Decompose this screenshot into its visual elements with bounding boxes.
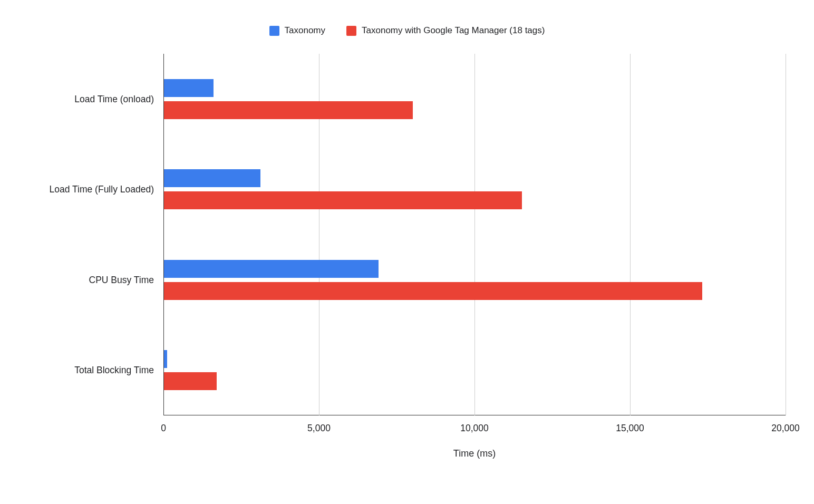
bar <box>164 101 413 119</box>
plot-area: Time (ms) 05,00010,00015,00020,000Load T… <box>163 54 786 415</box>
gridline <box>786 54 786 415</box>
gridline <box>630 54 631 415</box>
x-tick-label: 15,000 <box>616 423 644 434</box>
bar <box>164 79 214 97</box>
legend: Taxonomy Taxonomy with Google Tag Manage… <box>0 25 814 36</box>
legend-swatch <box>269 26 279 36</box>
x-tick-label: 5,000 <box>307 423 331 434</box>
category-label: Total Blocking Time <box>74 365 163 376</box>
x-tick-label: 0 <box>161 423 166 434</box>
gridline <box>474 54 475 415</box>
legend-item: Taxonomy with Google Tag Manager (18 tag… <box>346 25 545 36</box>
bar-chart: Taxonomy Taxonomy with Google Tag Manage… <box>0 0 814 504</box>
bar <box>164 260 379 278</box>
x-axis-title: Time (ms) <box>163 448 786 459</box>
category-label: Load Time (onload) <box>74 93 163 104</box>
x-tick-label: 20,000 <box>771 423 800 434</box>
legend-label: Taxonomy with Google Tag Manager (18 tag… <box>362 25 545 36</box>
bar <box>164 169 260 187</box>
bar <box>164 350 167 368</box>
legend-label: Taxonomy <box>285 25 325 36</box>
legend-swatch <box>346 26 356 36</box>
bar <box>164 282 702 300</box>
category-label: CPU Busy Time <box>89 274 164 285</box>
bar <box>164 372 217 390</box>
x-tick-label: 10,000 <box>460 423 489 434</box>
category-label: Load Time (Fully Loaded) <box>50 184 163 195</box>
bar <box>164 191 522 209</box>
legend-item: Taxonomy <box>269 25 325 36</box>
